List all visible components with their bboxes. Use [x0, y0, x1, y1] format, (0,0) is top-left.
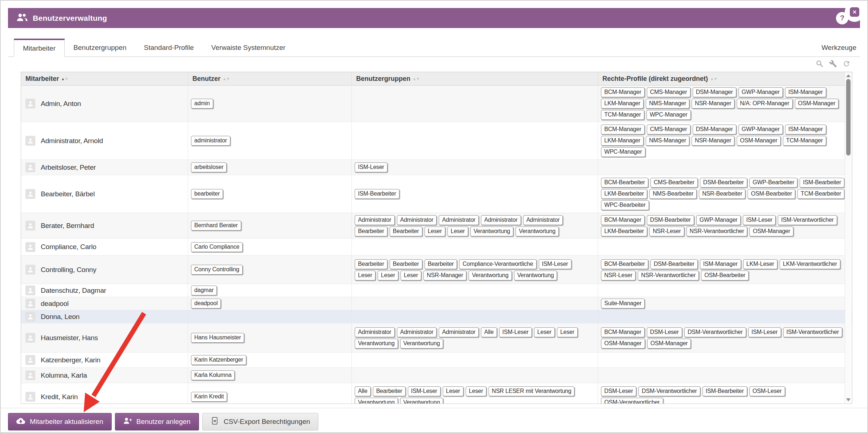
- benutzergruppe-chip[interactable]: Alle: [355, 386, 371, 396]
- search-icon[interactable]: [816, 60, 824, 68]
- rechte-profil-chip[interactable]: OSM-Bearbeiter: [701, 271, 749, 280]
- benutzergruppe-chip[interactable]: Administrator: [439, 215, 479, 225]
- wrench-icon[interactable]: [829, 60, 837, 68]
- rechte-profil-chip[interactable]: TCM-Bearbeiter: [797, 189, 844, 199]
- rechte-profil-chip[interactable]: DSM-Verantwortlicher: [684, 327, 746, 337]
- rechte-profil-chip[interactable]: LKM-Bearbeiter: [601, 189, 647, 199]
- benutzer-badge[interactable]: Karin Katzenberger: [191, 355, 246, 365]
- table-scrollbar[interactable]: [845, 72, 852, 403]
- rechte-profil-chip[interactable]: DSM-Manager: [693, 125, 736, 134]
- benutzergruppe-chip[interactable]: Compliance-Verantwortliche: [459, 259, 536, 269]
- benutzer-badge[interactable]: Conny Controlling: [191, 265, 243, 275]
- rechte-profil-chip[interactable]: LKM-Leser: [743, 259, 777, 269]
- rechte-profil-chip[interactable]: OSM-Manager: [795, 99, 839, 109]
- benutzergruppe-chip[interactable]: Verantwortung: [355, 398, 398, 404]
- benutzer-anlegen-button[interactable]: Benutzer anlegen: [115, 413, 199, 430]
- rechte-profil-chip[interactable]: DSM-Leser: [647, 327, 682, 337]
- rechte-profil-chip[interactable]: WPC-Manager: [601, 147, 645, 157]
- rechte-profil-chip[interactable]: LKM-Manager: [601, 136, 644, 146]
- scroll-up-icon[interactable]: [846, 74, 851, 77]
- close-button[interactable]: ✕: [850, 7, 859, 17]
- mitarbeiter-aktualisieren-button[interactable]: Mitarbeiter aktualisieren: [8, 413, 112, 430]
- benutzergruppe-chip[interactable]: Leser: [401, 271, 421, 280]
- tab-benutzergruppen[interactable]: Benutzergruppen: [65, 39, 135, 56]
- rechte-profil-chip[interactable]: N/A: OPR-Manager: [737, 99, 793, 109]
- rechte-profil-chip[interactable]: BCM-Manager: [601, 87, 645, 97]
- scrollbar-thumb[interactable]: [846, 79, 851, 156]
- benutzergruppe-chip[interactable]: Bearbeiter: [425, 259, 457, 269]
- benutzergruppe-chip[interactable]: Leser: [378, 271, 398, 280]
- benutzer-badge[interactable]: Karin Kredit: [191, 392, 227, 402]
- benutzer-badge[interactable]: dagmar: [191, 286, 217, 295]
- rechte-profil-chip[interactable]: ISM-Leser: [748, 327, 781, 337]
- rechte-profil-chip[interactable]: BCM-Manager: [601, 327, 645, 337]
- benutzergruppe-chip[interactable]: Administrator: [439, 327, 479, 337]
- benutzergruppe-chip[interactable]: Bearbeiter: [390, 259, 422, 269]
- rechte-profil-chip[interactable]: ISM-Verantwortlicher: [783, 327, 843, 337]
- rechte-profil-chip[interactable]: OSM-Bearbeiter: [748, 189, 795, 199]
- rechte-profil-chip[interactable]: BCM-Manager: [601, 125, 645, 134]
- benutzergruppe-chip[interactable]: Verantwortung: [514, 271, 557, 280]
- csv-export-button[interactable]: CSV-Export Berechtigungen: [202, 413, 319, 430]
- benutzer-badge[interactable]: Karla Kolumna: [191, 370, 235, 380]
- table-row[interactable]: deadpooldeadpoolSuite-Manager: [21, 297, 852, 310]
- rechte-profil-chip[interactable]: NMS-Manager: [646, 136, 689, 146]
- tab-verwaiste-systemnutzer[interactable]: Verwaiste Systemnutzer: [203, 39, 294, 56]
- benutzergruppe-chip[interactable]: Leser: [425, 227, 445, 236]
- benutzer-badge[interactable]: admin: [191, 99, 213, 109]
- rechte-profil-chip[interactable]: DSM-Bearbeiter: [650, 259, 698, 269]
- benutzergruppe-chip[interactable]: Verantwortung: [470, 227, 514, 236]
- rechte-profil-chip[interactable]: Suite-Manager: [601, 299, 645, 308]
- benutzergruppe-chip[interactable]: Leser: [443, 386, 463, 396]
- rechte-profil-chip[interactable]: GWP-Manager: [738, 87, 783, 97]
- rechte-profil-chip[interactable]: GWP-Manager: [696, 215, 741, 225]
- benutzergruppe-chip[interactable]: Verantwortung: [355, 339, 398, 349]
- table-row[interactable]: Admin, AntonadminBCM-ManagerCMS-ManagerD…: [21, 86, 852, 122]
- rechte-profil-chip[interactable]: BCM-Bearbeiter: [601, 259, 648, 269]
- refresh-icon[interactable]: [843, 60, 851, 68]
- rechte-profil-chip[interactable]: DSM-Verantwortlicher: [638, 386, 700, 396]
- rechte-profil-chip[interactable]: BCM-Manager: [601, 215, 645, 225]
- benutzer-badge[interactable]: Bernhard Berater: [191, 221, 241, 231]
- benutzergruppe-chip[interactable]: Verantwortung: [400, 339, 443, 349]
- benutzergruppe-chip[interactable]: Bearbeiter: [373, 386, 406, 396]
- benutzergruppe-chip[interactable]: Bearbeiter: [355, 259, 387, 269]
- rechte-profil-chip[interactable]: DSM-Bearbeiter: [647, 215, 694, 225]
- benutzergruppe-chip[interactable]: Administrator: [355, 327, 395, 337]
- benutzergruppe-chip[interactable]: Leser: [447, 227, 468, 236]
- benutzergruppe-chip[interactable]: ISM-Leser: [355, 162, 387, 172]
- rechte-profil-chip[interactable]: ISM-Leser: [743, 215, 776, 225]
- benutzergruppe-chip[interactable]: Leser: [534, 327, 555, 337]
- benutzer-badge[interactable]: arbeitsloser: [191, 162, 227, 172]
- rechte-profil-chip[interactable]: CMS-Bearbeiter: [650, 178, 698, 188]
- rechte-profil-chip[interactable]: OSM-Manager: [749, 227, 793, 236]
- table-row[interactable]: Controlling, ConnyConny ControllingBearb…: [21, 256, 852, 284]
- rechte-profil-chip[interactable]: LKM-Bearbeiter: [601, 227, 647, 236]
- rechte-profil-chip[interactable]: NMS-Bearbeiter: [649, 189, 697, 199]
- rechte-profil-chip[interactable]: BCM-Bearbeiter: [601, 178, 648, 188]
- tab-mitarbeiter[interactable]: Mitarbeiter: [14, 39, 65, 57]
- table-row[interactable]: Compliance, CarloCarlo Compliance: [21, 239, 852, 256]
- rechte-profil-chip[interactable]: ISM-Manager: [785, 125, 826, 134]
- benutzergruppe-chip[interactable]: Administrator: [523, 215, 563, 225]
- rechte-profil-chip[interactable]: OSM-Verantwortlicher: [601, 398, 663, 404]
- benutzer-badge[interactable]: administrator: [191, 136, 230, 146]
- column-header[interactable]: Mitarbeiter▲▼: [21, 72, 188, 85]
- rechte-profil-chip[interactable]: OSM-Manager: [601, 339, 645, 349]
- benutzergruppe-chip[interactable]: Administrator: [397, 215, 437, 225]
- rechte-profil-chip[interactable]: NSR-Verantwortlicher: [686, 227, 748, 236]
- table-row[interactable]: Hausmeister, HansHans HausmeisterAdminis…: [21, 323, 852, 353]
- scroll-down-icon[interactable]: [846, 398, 851, 401]
- benutzergruppe-chip[interactable]: Verantwortung: [469, 271, 512, 280]
- column-header[interactable]: Rechte-Profile (direkt zugeordnet)▲▼: [598, 72, 852, 85]
- benutzergruppe-chip[interactable]: Leser: [466, 386, 486, 396]
- table-row[interactable]: Arbeitsloser, PeterarbeitsloserISM-Leser: [21, 160, 852, 175]
- column-header[interactable]: Benutzer▲▼: [188, 72, 351, 85]
- benutzergruppe-chip[interactable]: ISM-Leser: [539, 259, 572, 269]
- rechte-profil-chip[interactable]: OSM-Leser: [749, 386, 785, 396]
- benutzergruppe-chip[interactable]: Verantwortung: [515, 227, 559, 236]
- benutzer-badge[interactable]: bearbeiter: [191, 189, 223, 199]
- rechte-profil-chip[interactable]: OSM-Manager: [647, 339, 691, 349]
- table-row[interactable]: Berater, BernhardBernhard BeraterAdminis…: [21, 213, 852, 239]
- benutzergruppe-chip[interactable]: Verantwortung: [400, 398, 443, 404]
